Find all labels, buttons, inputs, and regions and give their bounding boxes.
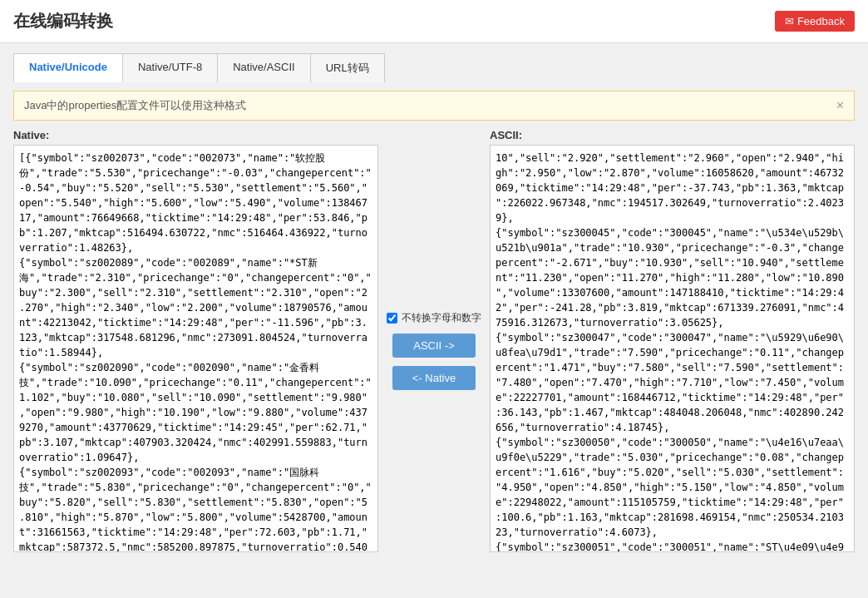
- native-convert-button[interactable]: <- Native: [392, 366, 476, 390]
- notice-text: Java中的properties配置文件可以使用这种格式: [24, 98, 246, 113]
- tab-url[interactable]: URL转码: [311, 54, 384, 82]
- tab-native-ascii[interactable]: Native/ASCII: [218, 54, 310, 82]
- tab-native-utf8[interactable]: Native/UTF-8: [123, 54, 218, 82]
- checkbox-label: 不转换字母和数字: [402, 311, 481, 325]
- ascii-convert-button[interactable]: ASCII ->: [392, 334, 476, 358]
- native-panel: Native:: [13, 129, 378, 552]
- middle-controls: 不转换字母和数字 ASCII -> <- Native: [387, 129, 481, 552]
- ascii-label: ASCII:: [490, 129, 855, 141]
- tab-native-unicode[interactable]: Native/Unicode: [14, 54, 123, 82]
- native-textarea[interactable]: [13, 145, 378, 552]
- editor-area: Native: 不转换字母和数字 ASCII -> <- Native ASCI…: [13, 129, 855, 552]
- no-convert-checkbox[interactable]: [387, 313, 397, 324]
- tab-bar: Native/Unicode Native/UTF-8 Native/ASCII…: [13, 53, 385, 82]
- checkbox-row: 不转换字母和数字: [387, 311, 481, 325]
- ascii-panel: ASCII:: [490, 129, 855, 552]
- ascii-textarea[interactable]: [490, 145, 855, 552]
- native-label: Native:: [13, 129, 378, 141]
- feedback-button[interactable]: ✉ Feedback: [775, 11, 855, 32]
- notice-bar: Java中的properties配置文件可以使用这种格式 ×: [13, 91, 855, 121]
- notice-close-button[interactable]: ×: [836, 98, 844, 113]
- page-title: 在线编码转换: [13, 10, 113, 32]
